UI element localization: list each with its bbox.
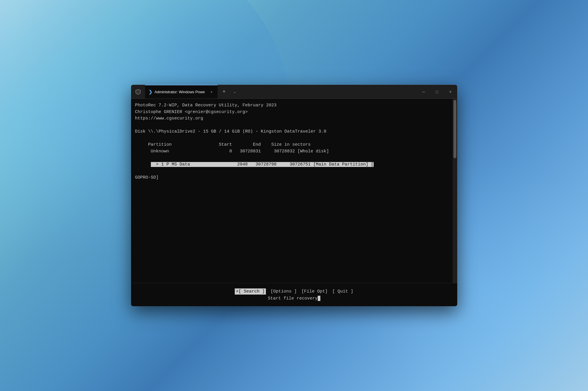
scrollbar[interactable]	[453, 99, 457, 283]
close-icon: ×	[449, 89, 451, 94]
chevron-down-icon: ⌄	[233, 90, 236, 94]
terminal-empty-10	[135, 240, 453, 247]
terminal-empty-5	[135, 207, 453, 214]
minimize-button[interactable]: ─	[417, 85, 430, 98]
options-button[interactable]: [Options ]	[271, 289, 297, 294]
terminal-empty-13	[135, 260, 453, 266]
terminal-empty-7	[135, 220, 453, 227]
terminal-empty-12	[135, 253, 453, 260]
new-tab-button[interactable]: +	[219, 87, 229, 97]
file-opt-button[interactable]: [File Opt]	[301, 289, 328, 294]
terminal-empty-1	[135, 181, 453, 188]
selected-row-text: > 1 P MS Data 2048 30728798 30726751 [Ma…	[151, 162, 374, 167]
title-bar: ❯ Administrator: Windows Powe × + ⌄ ─ □ …	[131, 85, 457, 99]
terminal-selected-row: > 1 P MS Data 2048 30728798 30726751 [Ma…	[135, 155, 453, 175]
terminal-line-10: GOPRO-SD]	[135, 175, 453, 181]
shield-icon	[135, 89, 141, 95]
close-button[interactable]: ×	[444, 85, 457, 98]
terminal-line-4	[135, 122, 453, 129]
maximize-button[interactable]: □	[430, 85, 444, 98]
terminal-empty-9	[135, 233, 453, 240]
terminal-line-6	[135, 135, 453, 142]
terminal-line-7: Partition Start End Size in sectors	[135, 142, 453, 148]
minimize-icon: ─	[422, 89, 425, 94]
terminal-content[interactable]: PhotoRec 7.2-WIP, Data Recovery Utility,…	[131, 99, 457, 283]
quit-button[interactable]: [ Quit ]	[332, 289, 353, 294]
title-bar-left: ❯ Administrator: Windows Powe × + ⌄	[131, 85, 417, 98]
terminal-line-2: Christophe GRENIER <grenier@cgsecurity.o…	[135, 109, 453, 116]
terminal-empty-8	[135, 227, 453, 234]
terminal-empty-6	[135, 214, 453, 221]
terminal-empty-4	[135, 201, 453, 207]
terminal-window: ❯ Administrator: Windows Powe × + ⌄ ─ □ …	[131, 85, 457, 306]
tab-close-button[interactable]: ×	[209, 89, 214, 95]
plus-icon: +	[223, 89, 226, 95]
bottom-bar: >[ Search ] [Options ] [File Opt] [ Quit…	[131, 283, 457, 306]
powershell-icon: ❯	[149, 89, 152, 95]
terminal-line-3: https://www.cgsecurity.org	[135, 115, 453, 122]
status-label: Start file recovery	[268, 296, 317, 301]
status-text: Start file recovery	[268, 296, 320, 301]
terminal-line-1: PhotoRec 7.2-WIP, Data Recovery Utility,…	[135, 102, 453, 109]
active-tab[interactable]: ❯ Administrator: Windows Powe ×	[145, 85, 218, 98]
terminal-empty-3	[135, 194, 453, 201]
cursor	[318, 296, 320, 301]
terminal-empty-11	[135, 246, 453, 253]
terminal-line-8: Unknown 0 30728831 30728832 [Whole disk]	[135, 148, 453, 155]
shield-icon-area	[131, 85, 145, 98]
maximize-icon: □	[436, 89, 438, 94]
menu-buttons: >[ Search ] [Options ] [File Opt] [ Quit…	[235, 288, 353, 295]
terminal-line-5: Disk \\.\PhysicalDrive2 - 15 GB / 14 GiB…	[135, 128, 453, 135]
terminal-empty-2	[135, 188, 453, 194]
tab-dropdown-button[interactable]: ⌄	[230, 87, 239, 96]
search-button[interactable]: >[ Search ]	[235, 288, 266, 295]
tab-title: Administrator: Windows Powe	[155, 90, 205, 94]
scrollbar-thumb[interactable]	[453, 100, 456, 158]
window-controls: ─ □ ×	[417, 85, 457, 98]
terminal-empty-15	[135, 273, 453, 279]
terminal-empty-14	[135, 266, 453, 273]
